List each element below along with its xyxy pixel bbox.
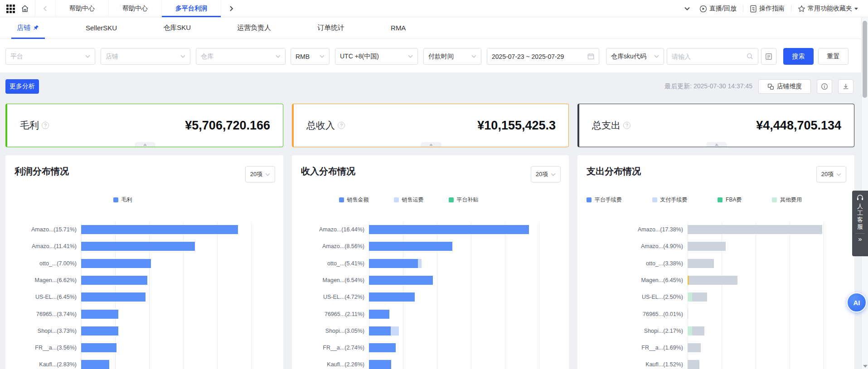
legend-marker [652, 197, 657, 202]
bar-category-label: US-EL...(6.45%) [5, 292, 77, 302]
collapse-handle[interactable] [421, 142, 441, 147]
info-button[interactable] [817, 79, 832, 94]
tab-rma[interactable]: RMA [385, 17, 411, 39]
chevron-down-icon [471, 55, 476, 58]
tabs-dropdown-button[interactable] [681, 0, 693, 17]
sku-type-select[interactable]: 仓库sku代码 [606, 48, 664, 65]
legend-item-销售金额[interactable]: 销售金额 [339, 196, 369, 204]
shop-dimension-button[interactable]: 店铺维度 [758, 79, 811, 94]
date-range-picker[interactable]: 2025-07-23 ~ 2025-07-29 [487, 48, 599, 65]
favorites-menu[interactable]: 常用功能收藏夹 [798, 5, 858, 13]
bar-category-label: Amazo...(15.71%) [5, 225, 77, 234]
tab-scroll-left-button[interactable] [35, 0, 55, 17]
search-icon [747, 53, 753, 60]
currency-select[interactable]: RMB [291, 48, 330, 65]
legend-label: 其他费用 [780, 196, 802, 204]
caret-down-icon [854, 8, 858, 10]
legend-item-FBA费[interactable]: FBA费 [718, 196, 742, 204]
keyword-input[interactable] [672, 53, 747, 60]
items-count-select[interactable]: 20项 [531, 166, 561, 182]
tab-label: 帮助中心 [122, 5, 148, 13]
tab-shop[interactable]: 店铺 [11, 17, 45, 39]
bar-segment [369, 225, 529, 234]
bar-category-label: Kaufl...(2.26%) [292, 360, 364, 369]
items-count-select[interactable]: 20项 [245, 166, 275, 182]
home-button[interactable] [15, 0, 35, 17]
bar-segment [81, 259, 151, 268]
operation-guide-link[interactable]: 操作指南 [750, 5, 785, 13]
pin-icon[interactable] [33, 24, 39, 31]
chevron-right-icon [228, 6, 234, 11]
question-circle-icon[interactable]: ? [623, 122, 630, 129]
open-tab-help-center-2[interactable]: 帮助中心 [108, 0, 161, 17]
bar-category-label: otto_...(7.00%) [5, 259, 77, 268]
legend-item-平台手续费[interactable]: 平台手续费 [587, 196, 622, 204]
tab-seller-sku[interactable]: SellerSKU [80, 17, 122, 39]
shop-dimension-label: 店铺维度 [777, 82, 802, 91]
legend-item-其他费用[interactable]: 其他费用 [772, 196, 802, 204]
chevron-down-icon [684, 7, 690, 10]
collapse-handle[interactable] [706, 142, 727, 147]
more-analysis-button[interactable]: 更多分析 [5, 79, 39, 94]
card-label-text: 总支出 [592, 119, 621, 132]
card-label-text: 总收入 [306, 119, 335, 132]
search-button[interactable]: 搜索 [783, 48, 814, 65]
legend-marker [772, 197, 777, 202]
triangle-up-icon [715, 144, 718, 146]
warehouse-select[interactable]: 仓库 [196, 48, 286, 65]
platform-select[interactable]: 平台 [5, 48, 95, 65]
open-tab-help-center-1[interactable]: 帮助中心 [55, 0, 108, 17]
download-button[interactable] [838, 79, 853, 94]
collapse-handle[interactable] [135, 142, 155, 147]
batch-input-button[interactable] [761, 48, 776, 65]
tab-label: RMA [391, 24, 406, 32]
chart-legend: 销售金额销售运费平台补贴 [292, 196, 525, 204]
legend-item-销售运费[interactable]: 销售运费 [394, 196, 424, 204]
bar-segment [81, 225, 238, 234]
tab-label: SellerSKU [86, 24, 117, 32]
customer-service-panel[interactable]: 人工客服 » [852, 191, 868, 256]
live-replay-link[interactable]: 直播/回放 [699, 5, 737, 13]
question-circle-icon[interactable]: ? [42, 122, 49, 129]
shop-select[interactable]: 店铺 [101, 48, 190, 65]
reset-button-label: 重置 [827, 53, 840, 61]
tab-label: 仓库SKU [163, 24, 191, 32]
dimension-icon [767, 83, 774, 90]
scrollbar-thumb[interactable] [863, 21, 867, 98]
tab-operation-manager[interactable]: 运营负责人 [232, 17, 276, 39]
keyword-search-field[interactable] [667, 48, 758, 65]
legend-item-平台补贴[interactable]: 平台补贴 [449, 196, 479, 204]
top-tab-bar: 帮助中心 帮助中心 多平台利润 直播/回放 操作指南 常用功能收藏夹 [0, 0, 868, 17]
bar-segment [692, 292, 707, 302]
gridline [505, 222, 505, 369]
time-type-select[interactable]: 付款时间 [423, 48, 481, 65]
reset-button[interactable]: 重置 [818, 48, 849, 65]
bar-segment [688, 360, 699, 369]
tab-label: 运营负责人 [237, 24, 271, 32]
legend-item-毛利[interactable]: 毛利 [113, 196, 132, 204]
date-range-value: 2025-07-23 ~ 2025-07-29 [492, 53, 587, 60]
apps-grid-icon[interactable] [6, 5, 15, 13]
tab-scroll-right-button[interactable] [221, 0, 241, 17]
tab-warehouse-sku[interactable]: 仓库SKU [158, 17, 196, 39]
scrollbar-down-arrow[interactable] [863, 365, 868, 368]
tab-order-statistics[interactable]: 订单统计 [312, 17, 350, 39]
legend-item-支付手续费[interactable]: 支付手续费 [652, 196, 688, 204]
bar-category-label: Amazo...(16.44%) [292, 225, 364, 234]
question-circle-icon[interactable]: ? [338, 122, 345, 129]
shop-select-placeholder: 店铺 [106, 53, 180, 61]
bar-category-label: otto_...(3.38%) [577, 259, 683, 268]
play-circle-icon [699, 5, 707, 13]
bar-category-label: Shopi...(3.73%) [5, 326, 77, 335]
bar-segment [81, 360, 109, 369]
bar-segment [418, 259, 422, 268]
legend-label: 毛利 [121, 196, 132, 204]
ai-assistant-button[interactable]: AI [847, 292, 867, 312]
legend-label: FBA费 [726, 196, 742, 204]
collapse-right-icon[interactable]: » [858, 235, 862, 243]
items-count-select[interactable]: 20项 [816, 166, 846, 182]
timezone-select[interactable]: UTC +8(中国) [335, 48, 418, 65]
timezone-value: UTC +8(中国) [340, 53, 408, 61]
open-tab-multi-platform-profit[interactable]: 多平台利润 [161, 0, 221, 17]
chart-legend: 毛利 [5, 196, 240, 204]
